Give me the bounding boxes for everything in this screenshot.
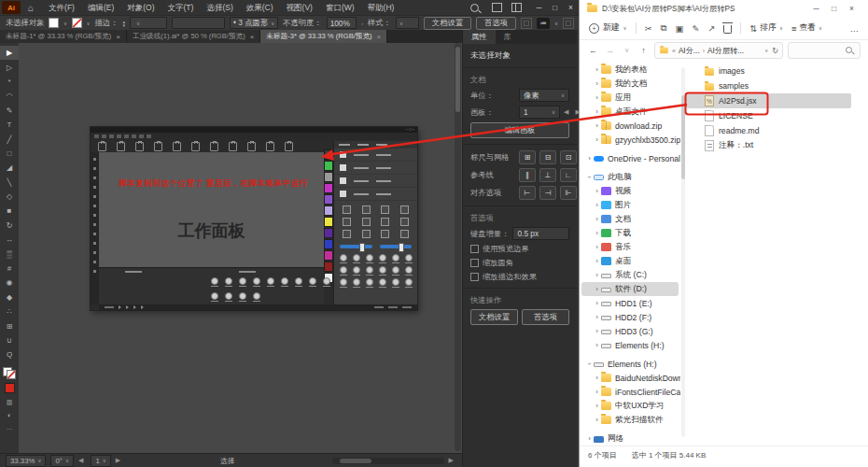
- arrange-documents-icon[interactable]: [492, 3, 502, 12]
- menu-item-4[interactable]: 选择(S): [200, 0, 239, 15]
- tree-item-系统 (C:)[interactable]: ›系统 (C:): [581, 268, 679, 282]
- file-item-注释：.txt[interactable]: 注释：.txt: [686, 138, 851, 153]
- stroke-caret-icon[interactable]: ∨: [87, 21, 91, 26]
- chevron-right-icon[interactable]: ›: [593, 107, 601, 116]
- search-input[interactable]: [788, 42, 861, 59]
- tab-close-icon[interactable]: ×: [250, 33, 255, 41]
- guides-option-icon-2[interactable]: ∟: [560, 168, 577, 182]
- up-icon[interactable]: ↑: [637, 46, 650, 55]
- view-button[interactable]: ≡ 查看 ∨: [791, 22, 822, 34]
- chevron-right-icon[interactable]: ›: [593, 285, 601, 293]
- file-item-LICENSE[interactable]: LICENSE: [686, 108, 851, 123]
- explorer-close-button[interactable]: ×: [843, 4, 861, 13]
- workspace-switcher-icon[interactable]: ≔: [537, 18, 550, 29]
- tree-item-音乐[interactable]: ›音乐: [581, 240, 679, 254]
- artboard-tool[interactable]: ⊞: [0, 318, 19, 333]
- tab-close-icon[interactable]: ×: [116, 33, 120, 41]
- stroke-swatch[interactable]: [72, 18, 82, 28]
- explorer-minimize-button[interactable]: ─: [807, 4, 825, 13]
- illustrator-canvas[interactable]: ─ □ × 脚本复制到这个位置了 重启后，在脚本菜单中运行 工作面板: [19, 43, 462, 453]
- tree-item-HDD1 (E:)[interactable]: ›HDD1 (E:): [581, 296, 679, 310]
- tree-item-中软UXD学习[interactable]: ›中软UXD学习: [581, 399, 679, 413]
- tree-item-download.zip[interactable]: ›download.zip: [581, 119, 679, 133]
- breadcrumb-current[interactable]: AI分层转...: [707, 46, 744, 56]
- draw-mode-icon[interactable]: ▥: [7, 399, 13, 406]
- tree-item-桌面文件[interactable]: ›桌面文件: [581, 105, 679, 119]
- guides-option-icon-1[interactable]: ⊥: [539, 168, 556, 182]
- style-swatch-dropdown[interactable]: ∨: [396, 17, 419, 29]
- file-item-samples[interactable]: samples: [686, 78, 851, 93]
- artboard-dropdown[interactable]: 1∨: [519, 106, 560, 119]
- file-item-AI2Psd.jsx[interactable]: AI2Psd.jsx: [686, 93, 851, 108]
- minimize-button[interactable]: ─: [531, 3, 547, 12]
- tree-item-OneDrive - Personal[interactable]: ›OneDrive - Personal: [581, 151, 679, 165]
- chevron-right-icon[interactable]: ›: [593, 257, 601, 265]
- tree-item-BaiduNetdiskDownload[interactable]: ›BaiduNetdiskDownload: [581, 371, 679, 385]
- rulers-option-icon-2[interactable]: ⊡: [560, 150, 577, 164]
- rename-icon[interactable]: ✎: [692, 23, 699, 34]
- document-setup-button[interactable]: 文档设置: [424, 17, 471, 30]
- rulers-option-icon-0[interactable]: ⊞: [519, 150, 536, 164]
- snap-option-icon-0[interactable]: ⊢: [519, 186, 536, 200]
- fill-caret-icon[interactable]: ∨: [63, 21, 67, 26]
- tree-item-桌面[interactable]: ›桌面: [581, 254, 679, 268]
- paintbrush-tool[interactable]: ◢: [0, 161, 19, 175]
- symbol-sprayer-tool[interactable]: ∴: [0, 304, 19, 318]
- scale-tool[interactable]: ↔: [0, 233, 19, 247]
- opacity-value[interactable]: 100%: [327, 17, 357, 29]
- tree-item-HDD3 (G:)[interactable]: ›HDD3 (G:): [581, 324, 679, 338]
- opacity-more-icon[interactable]: ›: [361, 21, 363, 26]
- recent-locations-icon[interactable]: ∨: [621, 47, 633, 54]
- search-icon[interactable]: [470, 4, 479, 12]
- address-dropdown-icon[interactable]: ∨: [764, 48, 768, 53]
- menu-item-1[interactable]: 编辑(E): [81, 0, 120, 15]
- explorer-maximize-button[interactable]: □: [825, 4, 843, 13]
- close-button[interactable]: ×: [563, 3, 579, 12]
- breadcrumb-root[interactable]: AI分...: [679, 46, 700, 56]
- menu-item-6[interactable]: 视图(V): [280, 0, 319, 15]
- more-options-icon[interactable]: …: [850, 23, 860, 34]
- menu-item-2[interactable]: 对象(O): [120, 0, 161, 15]
- mesh-tool[interactable]: #: [0, 262, 19, 276]
- selection-tool[interactable]: ▶: [0, 46, 19, 60]
- snap-option-icon-2[interactable]: ⊩: [560, 186, 577, 200]
- tree-item-紫光扫描软件[interactable]: ›紫光扫描软件: [581, 413, 679, 427]
- tree-item-我的表格[interactable]: ›我的表格: [581, 63, 679, 77]
- eyedropper-tool[interactable]: ◉: [0, 276, 19, 290]
- document-tab-2[interactable]: 未标题-3* @ 33.33 % (RGB/预览)×: [260, 30, 387, 43]
- eraser-tool[interactable]: ■: [0, 204, 19, 218]
- chevron-down-icon[interactable]: ›: [585, 173, 594, 181]
- zoom-tool[interactable]: Q: [0, 347, 19, 361]
- pencil-tool[interactable]: ╲: [0, 176, 19, 190]
- file-item-images[interactable]: images: [686, 64, 851, 78]
- breadcrumb[interactable]: « AI分... › AI分层转... ∨ ↻: [654, 42, 783, 59]
- chevron-right-icon[interactable]: ›: [593, 402, 601, 410]
- new-button[interactable]: + 新建 ∨: [589, 22, 627, 34]
- copy-icon[interactable]: ⧉: [661, 22, 667, 34]
- canvas-vertical-scrollbar[interactable]: [455, 43, 461, 451]
- pref-checkbox-row-0[interactable]: 使用预览边界: [470, 244, 569, 254]
- menu-item-0[interactable]: 文件(F): [42, 0, 81, 15]
- first-artboard-icon[interactable]: ◀: [78, 457, 86, 464]
- tree-item-此电脑[interactable]: ›此电脑: [581, 170, 679, 184]
- shaper-tool[interactable]: ◇: [0, 190, 19, 204]
- share-icon[interactable]: ↗: [707, 23, 715, 34]
- menu-item-3[interactable]: 文字(T): [161, 0, 201, 15]
- back-icon[interactable]: ←: [587, 46, 599, 55]
- forward-icon[interactable]: →: [604, 46, 616, 55]
- checkbox-icon[interactable]: [470, 259, 479, 267]
- lasso-tool[interactable]: ◠: [0, 89, 19, 103]
- document-tab-0[interactable]: 未标题-1* @ 33.33 % (RGB/预览)×: [0, 30, 127, 43]
- chevron-right-icon[interactable]: ›: [593, 187, 601, 195]
- home-icon[interactable]: ⌂: [28, 3, 34, 13]
- chevron-right-icon[interactable]: ›: [593, 271, 601, 279]
- tree-scrollbar[interactable]: [681, 67, 685, 437]
- rulers-option-icon-1[interactable]: ⊟: [539, 150, 556, 164]
- pref-checkbox-row-2[interactable]: 缩放描边和效果: [470, 272, 569, 282]
- delete-icon[interactable]: [723, 25, 732, 34]
- stroke-width-dropdown[interactable]: ∨: [130, 17, 167, 29]
- direct-selection-tool[interactable]: ▷: [0, 60, 19, 74]
- pref-checkbox-row-1[interactable]: 缩放圆角: [470, 258, 569, 268]
- sort-button[interactable]: ⇅ 排序 ∨: [749, 22, 783, 34]
- rectangle-tool[interactable]: □: [0, 147, 19, 161]
